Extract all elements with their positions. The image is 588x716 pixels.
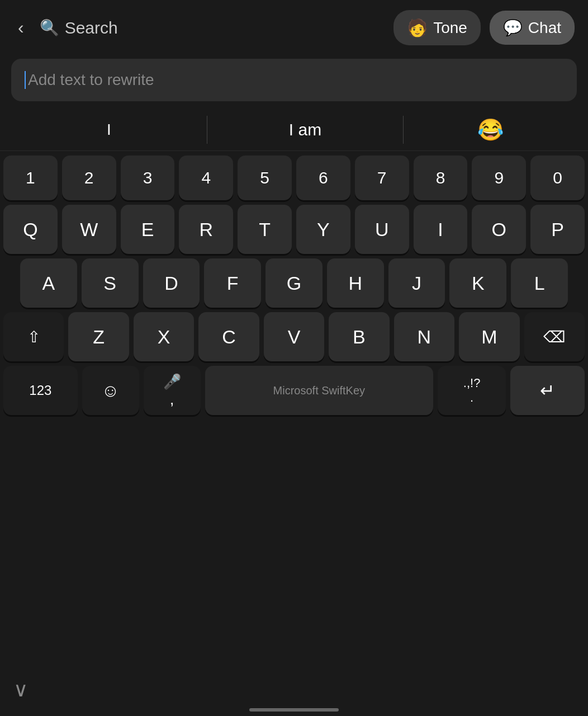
- key-w[interactable]: W: [62, 205, 116, 254]
- comma-key-label: ,: [170, 390, 174, 408]
- key-8[interactable]: 8: [414, 156, 468, 200]
- numbers-key[interactable]: 123: [3, 366, 78, 415]
- tone-label: Tone: [433, 19, 467, 37]
- return-key[interactable]: ↵: [510, 366, 585, 415]
- key-d[interactable]: D: [143, 258, 200, 308]
- key-n[interactable]: N: [394, 312, 454, 361]
- key-f[interactable]: F: [204, 258, 261, 308]
- key-7[interactable]: 7: [355, 156, 409, 200]
- input-placeholder: Add text to rewrite: [28, 71, 154, 89]
- search-icon: 🔍: [40, 18, 59, 37]
- search-area[interactable]: 🔍 Search: [40, 18, 385, 37]
- chevron-down-button[interactable]: ∨: [13, 678, 28, 701]
- key-9[interactable]: 9: [472, 156, 526, 200]
- text-input-area[interactable]: Add text to rewrite: [11, 59, 577, 101]
- chat-button[interactable]: 💬 Chat: [490, 11, 575, 45]
- number-row: 1 2 3 4 5 6 7 8 9 0: [3, 156, 585, 200]
- autocomplete-center[interactable]: I am: [207, 116, 404, 144]
- key-r[interactable]: R: [179, 205, 233, 254]
- key-x[interactable]: X: [134, 312, 194, 361]
- key-z[interactable]: Z: [68, 312, 129, 361]
- key-5[interactable]: 5: [238, 156, 292, 200]
- key-i[interactable]: I: [414, 205, 468, 254]
- key-h[interactable]: H: [327, 258, 384, 308]
- emoji-key[interactable]: ☺: [82, 366, 139, 415]
- key-4[interactable]: 4: [179, 156, 233, 200]
- key-1[interactable]: 1: [3, 156, 58, 200]
- autocomplete-bar: I I am 😂: [0, 109, 588, 151]
- key-l[interactable]: L: [511, 258, 568, 308]
- keyboard: 1 2 3 4 5 6 7 8 9 0 Q W E R T Y U I O P …: [0, 151, 588, 672]
- text-cursor: [25, 71, 26, 89]
- key-o[interactable]: O: [472, 205, 526, 254]
- key-a[interactable]: A: [20, 258, 77, 308]
- key-0[interactable]: 0: [530, 156, 585, 200]
- tone-icon: 🧑: [407, 18, 428, 37]
- bottom-row: 123 ☺ 🎤 , Microsoft SwiftKey .,!? . ↵: [3, 366, 585, 415]
- key-q[interactable]: Q: [3, 205, 58, 254]
- key-c[interactable]: C: [198, 312, 259, 361]
- key-2[interactable]: 2: [62, 156, 116, 200]
- key-m[interactable]: M: [459, 312, 519, 361]
- key-3[interactable]: 3: [121, 156, 175, 200]
- bottom-area: ∨: [0, 672, 588, 701]
- key-t[interactable]: T: [238, 205, 292, 254]
- asdf-row: A S D F G H J K L: [3, 258, 585, 308]
- key-j[interactable]: J: [388, 258, 445, 308]
- key-k[interactable]: K: [449, 258, 506, 308]
- key-g[interactable]: G: [265, 258, 323, 308]
- mic-icon: 🎤: [163, 373, 181, 390]
- chat-label: Chat: [528, 19, 561, 37]
- shift-key[interactable]: ⇧: [3, 312, 64, 361]
- key-s[interactable]: S: [82, 258, 139, 308]
- key-p[interactable]: P: [530, 205, 585, 254]
- header: ‹ 🔍 Search 🧑 Tone 💬 Chat: [0, 0, 588, 55]
- backspace-key[interactable]: ⌫: [524, 312, 585, 361]
- punct-key[interactable]: .,!? .: [438, 366, 506, 415]
- key-v[interactable]: V: [264, 312, 324, 361]
- key-6[interactable]: 6: [296, 156, 350, 200]
- back-button[interactable]: ‹: [13, 13, 29, 43]
- key-u[interactable]: U: [355, 205, 409, 254]
- key-y[interactable]: Y: [296, 205, 350, 254]
- autocomplete-emoji[interactable]: 😂: [404, 117, 577, 142]
- key-e[interactable]: E: [121, 205, 175, 254]
- zxcv-row: ⇧ Z X C V B N M ⌫: [3, 312, 585, 361]
- search-label: Search: [65, 18, 118, 37]
- chat-icon: 💬: [503, 18, 523, 37]
- qwerty-row: Q W E R T Y U I O P: [3, 205, 585, 254]
- space-key[interactable]: Microsoft SwiftKey: [205, 366, 433, 415]
- voice-key[interactable]: 🎤 ,: [144, 366, 201, 415]
- autocomplete-left[interactable]: I: [11, 116, 207, 143]
- key-b[interactable]: B: [329, 312, 389, 361]
- tone-button[interactable]: 🧑 Tone: [393, 10, 481, 45]
- home-indicator: [249, 708, 339, 712]
